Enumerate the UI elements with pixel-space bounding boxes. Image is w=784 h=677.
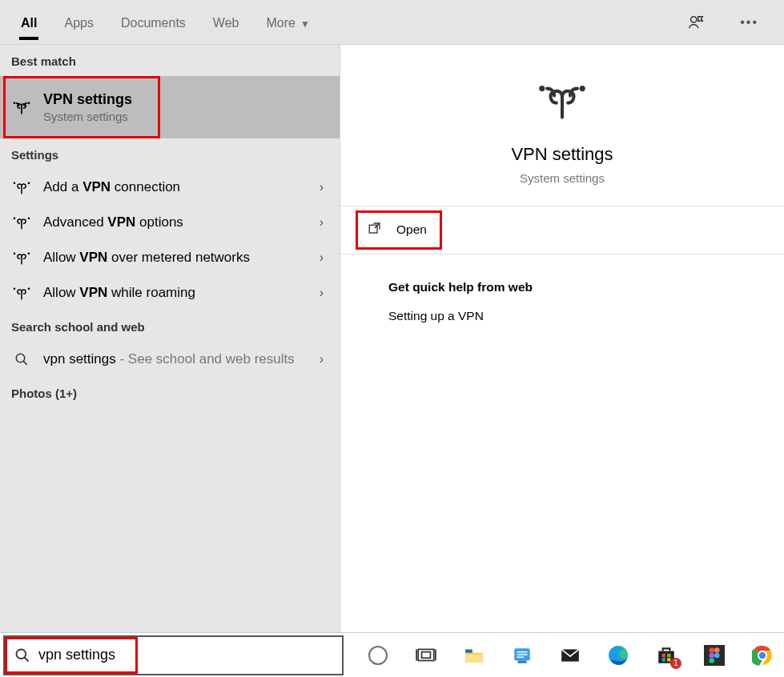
help-link-setup-vpn[interactable]: Setting up a VPN <box>388 309 766 323</box>
svg-point-5 <box>14 218 16 220</box>
open-label: Open <box>396 222 427 237</box>
chevron-right-icon: › <box>320 215 328 230</box>
photos-header: Photos (1+) <box>0 377 340 408</box>
microsoft-store-icon[interactable]: 1 <box>654 643 678 667</box>
preview-panel: VPN settings System settings Open Get qu… <box>340 45 784 632</box>
figma-icon[interactable] <box>702 643 726 667</box>
result-title: Advanced VPN options <box>43 214 308 230</box>
feedback-icon[interactable] <box>682 9 710 36</box>
svg-point-11 <box>16 354 25 363</box>
chevron-down-icon: ▼ <box>300 18 310 30</box>
svg-point-0 <box>691 16 697 22</box>
result-title: Add a VPN connection <box>43 179 308 195</box>
svg-rect-27 <box>662 658 665 661</box>
vpn-icon <box>11 215 32 230</box>
tab-all[interactable]: All <box>19 5 38 40</box>
settings-item-vpn-metered[interactable]: Allow VPN over metered networks › <box>0 240 340 275</box>
web-search-result[interactable]: vpn settings - See school and web result… <box>0 342 340 377</box>
overflow-menu-icon[interactable]: ••• <box>734 12 765 33</box>
search-icon <box>5 647 38 663</box>
result-title: vpn settings - See school and web result… <box>43 351 308 367</box>
chevron-right-icon: › <box>320 250 328 265</box>
tab-documents[interactable]: Documents <box>119 5 187 40</box>
svg-point-3 <box>14 182 16 185</box>
chevron-right-icon: › <box>320 180 328 194</box>
search-filter-tabs: All Apps Documents Web More▼ ••• <box>0 0 784 45</box>
tab-more[interactable]: More▼ <box>264 5 311 40</box>
svg-rect-25 <box>662 653 665 656</box>
svg-point-15 <box>17 649 26 659</box>
svg-point-4 <box>28 182 30 185</box>
svg-point-31 <box>714 647 720 653</box>
settings-header: Settings <box>0 138 340 170</box>
best-match-result[interactable]: VPN settings System settings <box>0 76 340 138</box>
svg-rect-18 <box>465 654 483 662</box>
chevron-right-icon: › <box>320 352 328 367</box>
vpn-icon <box>11 180 32 194</box>
svg-point-1 <box>14 102 16 104</box>
vpn-icon <box>11 250 32 265</box>
chrome-icon[interactable] <box>750 643 774 667</box>
svg-rect-19 <box>465 649 472 652</box>
search-web-header: Search school and web <box>0 310 340 342</box>
settings-item-add-vpn[interactable]: Add a VPN connection › <box>0 170 340 205</box>
best-match-subtitle: System settings <box>43 110 328 123</box>
best-match-title: VPN settings <box>43 91 328 108</box>
svg-point-9 <box>14 288 16 290</box>
svg-point-6 <box>28 218 30 220</box>
svg-point-32 <box>710 652 715 658</box>
svg-point-10 <box>28 288 30 290</box>
cortana-icon[interactable] <box>366 643 390 667</box>
chevron-right-icon: › <box>320 286 328 300</box>
svg-point-8 <box>28 253 30 255</box>
open-action[interactable]: Open <box>356 211 441 249</box>
result-title: Allow VPN while roaming <box>43 285 308 301</box>
file-explorer-icon[interactable] <box>462 643 486 667</box>
svg-point-13 <box>580 86 585 91</box>
svg-point-33 <box>714 652 720 658</box>
tab-more-label: More <box>266 16 295 30</box>
svg-point-12 <box>539 86 545 91</box>
app-icon-blue[interactable] <box>510 643 534 667</box>
svg-point-30 <box>710 647 715 653</box>
vpn-icon <box>11 286 32 300</box>
edge-icon[interactable] <box>606 643 630 667</box>
search-box[interactable] <box>3 635 344 675</box>
result-title: Allow VPN over metered networks <box>43 250 308 266</box>
svg-rect-21 <box>518 660 527 663</box>
vpn-icon <box>11 100 32 114</box>
settings-item-vpn-roaming[interactable]: Allow VPN while roaming › <box>0 275 340 310</box>
best-match-header: Best match <box>0 45 340 76</box>
mail-icon[interactable] <box>558 643 582 667</box>
settings-item-advanced-vpn[interactable]: Advanced VPN options › <box>0 205 340 240</box>
svg-rect-26 <box>667 653 670 656</box>
svg-point-2 <box>28 102 30 104</box>
store-badge: 1 <box>670 658 681 669</box>
svg-rect-17 <box>422 651 431 658</box>
svg-rect-16 <box>418 649 434 660</box>
open-icon <box>368 221 382 238</box>
svg-point-34 <box>710 658 715 663</box>
task-view-icon[interactable] <box>414 643 438 667</box>
results-panel: Best match VPN settings System settings … <box>0 45 340 632</box>
help-header: Get quick help from web <box>388 280 766 294</box>
tab-web[interactable]: Web <box>211 5 241 40</box>
tab-apps[interactable]: Apps <box>62 5 94 40</box>
vpn-icon-large <box>533 78 591 125</box>
preview-subtitle: System settings <box>520 171 605 185</box>
search-icon <box>11 352 32 367</box>
svg-point-7 <box>14 253 16 255</box>
search-input[interactable] <box>38 637 342 674</box>
preview-title: VPN settings <box>511 144 613 165</box>
taskbar: 1 <box>0 632 784 677</box>
